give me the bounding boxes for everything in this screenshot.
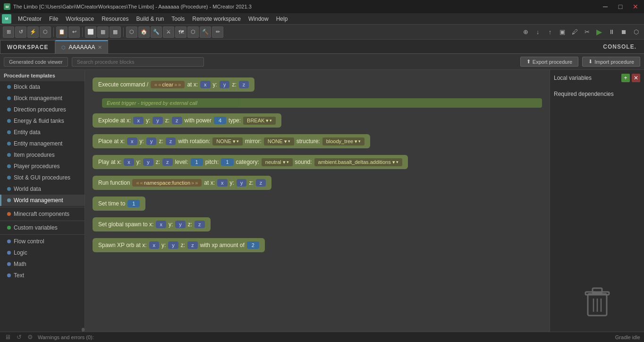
- block-explode-x[interactable]: x: [133, 117, 144, 124]
- block-set-time[interactable]: Set time to 1: [93, 197, 542, 211]
- block-execute-command[interactable]: Execute command / «clear» at x: x y: y z…: [93, 77, 542, 92]
- block-play-category[interactable]: neutral ▾: [262, 158, 293, 166]
- block-play-pitch[interactable]: 1: [221, 158, 233, 166]
- toolbar-btn-9[interactable]: ▩: [110, 26, 121, 38]
- menu-file[interactable]: File: [45, 15, 62, 23]
- block-play-level[interactable]: 1: [191, 158, 203, 166]
- add-local-variable-button[interactable]: +: [621, 74, 630, 82]
- tab-close-button[interactable]: ✕: [98, 44, 102, 51]
- search-procedure-input[interactable]: [72, 57, 204, 67]
- block-play-sound[interactable]: ambient.basalt_deltas.additions ▾: [314, 158, 402, 166]
- block-spawn-z[interactable]: z: [195, 221, 205, 228]
- block-runfn-x[interactable]: x: [217, 179, 228, 187]
- block-explode-y[interactable]: y: [153, 117, 163, 124]
- sidebar-item-player-procedures[interactable]: Player procedures: [0, 161, 85, 172]
- block-explode-type[interactable]: BREAK ▾: [243, 117, 276, 125]
- sidebar-item-direction-procedures[interactable]: Direction procedures: [0, 104, 85, 115]
- menu-resources[interactable]: Resources: [98, 15, 132, 23]
- sidebar-item-slot-gui[interactable]: Slot & GUI procedures: [0, 172, 85, 183]
- toolbar-btn-14[interactable]: 🗺: [175, 26, 186, 38]
- toolbar-right-btn-2[interactable]: ↓: [533, 27, 543, 37]
- sidebar-item-world-data[interactable]: World data: [0, 183, 85, 195]
- block-place-y[interactable]: y: [146, 137, 157, 145]
- sidebar-item-block-management[interactable]: Block management: [0, 93, 85, 104]
- sidebar-item-custom-variables[interactable]: Custom variables: [0, 222, 85, 233]
- toolbar-btn-16[interactable]: 🔨: [200, 26, 211, 38]
- block-explode-power[interactable]: 4: [214, 117, 226, 124]
- block-time-value[interactable]: 1: [127, 200, 140, 207]
- procedure-tab[interactable]: ⬡ AAAAAAA ✕: [55, 40, 108, 53]
- block-spawn-y[interactable]: y: [175, 221, 186, 228]
- block-run-function-name[interactable]: «namespace:function»: [132, 179, 202, 187]
- menu-window[interactable]: Window: [245, 15, 272, 23]
- toolbar-btn-6[interactable]: ↩: [68, 26, 80, 38]
- toolbar-btn-12[interactable]: 🔧: [151, 26, 162, 38]
- sidebar-item-world-management[interactable]: World management: [0, 195, 85, 206]
- toolbar-btn-4[interactable]: ⬡: [40, 26, 51, 38]
- sidebar-item-logic[interactable]: Logic: [0, 247, 85, 258]
- maximize-button[interactable]: □: [616, 2, 625, 11]
- block-spawn-xp[interactable]: Spawn XP orb at x: x y: y z: z with xp a…: [93, 238, 542, 252]
- block-xp-z[interactable]: z: [187, 241, 198, 249]
- statusbar-icon-1[interactable]: 🖥: [4, 333, 11, 341]
- import-procedure-button[interactable]: ⬇ Import procedure: [582, 57, 640, 67]
- toolbar-btn-13[interactable]: ⚔: [163, 26, 174, 38]
- statusbar-icon-2[interactable]: ↺: [15, 333, 23, 341]
- block-runfn-z[interactable]: z: [256, 179, 266, 187]
- block-place-rotation[interactable]: NONE ▾: [212, 137, 243, 145]
- block-xp-x[interactable]: x: [149, 241, 160, 249]
- export-procedure-button[interactable]: ⬆ Export procedure: [520, 57, 578, 67]
- procedure-templates-header[interactable]: Procedure templates: [0, 70, 85, 81]
- toolbar-right-btn-8[interactable]: ⏸: [606, 27, 617, 37]
- toolbar-right-btn-10[interactable]: ⬡: [631, 27, 641, 37]
- toolbar-right-btn-4[interactable]: ▣: [557, 27, 568, 37]
- block-set-global-spawn[interactable]: Set global spawn to x: x y: y z: z: [93, 217, 542, 231]
- sidebar-item-entity-management[interactable]: Entity management: [0, 138, 85, 149]
- generated-code-button[interactable]: Generated code viewer: [4, 57, 68, 67]
- block-runfn-y[interactable]: y: [237, 179, 247, 187]
- scrollbar-thumb[interactable]: [82, 328, 85, 332]
- toolbar-right-btn-9[interactable]: ⏹: [619, 27, 629, 37]
- sidebar-item-item-procedures[interactable]: Item procedures: [0, 149, 85, 161]
- block-run-function[interactable]: Run function «namespace:function» at x: …: [93, 176, 542, 190]
- menu-build-run[interactable]: Build & run: [133, 15, 168, 23]
- toolbar-btn-2[interactable]: ↺: [15, 26, 26, 38]
- block-play-at[interactable]: Play at x: x y: y z: z level: 1 pitch: 1…: [93, 155, 542, 169]
- block-place-x[interactable]: x: [127, 137, 137, 145]
- menu-workspace[interactable]: Workspace: [62, 15, 98, 23]
- menu-remote-workspace[interactable]: Remote workspace: [188, 15, 245, 23]
- sidebar-item-minecraft-components[interactable]: Minecraft components: [0, 208, 85, 220]
- block-place-structure[interactable]: bloody_tree ▾: [322, 137, 365, 145]
- menu-mcreator[interactable]: MCreator: [14, 15, 45, 23]
- toolbar-right-btn-6[interactable]: ✂: [582, 27, 592, 37]
- block-play-y[interactable]: y: [143, 158, 153, 166]
- block-var-z-1[interactable]: z: [239, 81, 249, 88]
- toolbar-right-btn-1[interactable]: ⊕: [520, 27, 531, 37]
- toolbar-btn-17[interactable]: ✏: [212, 26, 223, 38]
- toolbar-btn-11[interactable]: 🏠: [138, 26, 150, 38]
- block-play-x[interactable]: x: [124, 158, 134, 166]
- block-place-z[interactable]: z: [166, 137, 176, 145]
- sidebar-item-block-data[interactable]: Block data: [0, 81, 85, 93]
- sidebar-item-math[interactable]: Math: [0, 258, 85, 270]
- toolbar-right-btn-7[interactable]: ▶: [594, 27, 604, 37]
- block-var-y-1[interactable]: y: [220, 81, 230, 88]
- block-play-z[interactable]: z: [162, 158, 173, 166]
- block-explode[interactable]: Explode at x: x y: y z: z with power 4 t…: [93, 113, 542, 128]
- remove-local-variable-button[interactable]: ✕: [632, 74, 640, 82]
- workspace-area[interactable]: Execute command / «clear» at x: x y: y z…: [85, 70, 550, 332]
- toolbar-right-btn-3[interactable]: ↑: [545, 27, 555, 37]
- sidebar-item-text[interactable]: Text: [0, 270, 85, 281]
- minimize-button[interactable]: ─: [601, 2, 610, 11]
- toolbar-btn-1[interactable]: ⊞: [3, 26, 14, 38]
- block-place-mirror[interactable]: NONE ▾: [264, 137, 294, 145]
- toolbar-btn-3[interactable]: ⚡: [27, 26, 39, 38]
- sidebar-item-flow-control[interactable]: Flow control: [0, 236, 85, 247]
- sidebar-item-entity-data[interactable]: Entity data: [0, 127, 85, 138]
- toolbar-btn-10[interactable]: ⬡: [126, 26, 137, 38]
- toolbar-btn-8[interactable]: ▦: [97, 26, 109, 38]
- block-xp-y[interactable]: y: [168, 241, 178, 249]
- block-xp-amount[interactable]: 2: [247, 241, 259, 249]
- block-var-x-1[interactable]: x: [200, 81, 211, 88]
- block-spawn-x[interactable]: x: [156, 221, 166, 228]
